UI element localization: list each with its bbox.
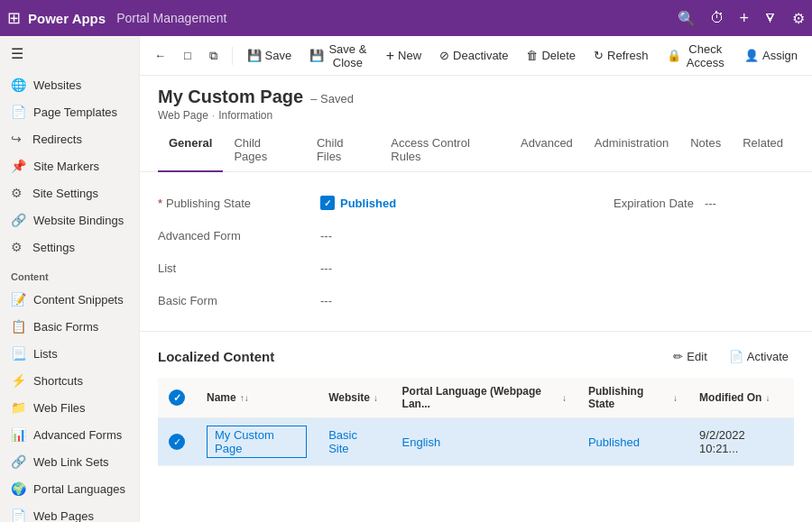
sidebar-item-settings[interactable]: ⚙ Settings <box>0 234 139 261</box>
list-row: List --- <box>158 252 794 284</box>
basic-form-row: Basic Form --- <box>158 284 794 316</box>
activate-button[interactable]: 📄 Activate <box>724 346 794 367</box>
th-name[interactable]: Name ↑↓ <box>196 378 318 418</box>
row-website-link[interactable]: Basic Site <box>328 428 357 455</box>
search-icon[interactable]: 🔍 <box>678 10 696 27</box>
row-website-cell: Basic Site <box>318 418 391 466</box>
required-star: * <box>158 197 162 210</box>
th-website[interactable]: Website ↓ <box>318 378 391 418</box>
delete-button[interactable]: 🗑 Delete <box>519 45 583 66</box>
assign-button[interactable]: 👤 Assign <box>737 45 805 66</box>
web-files-icon: 📁 <box>11 400 26 415</box>
sidebar-item-basic-forms[interactable]: 📋 Basic Forms <box>0 313 139 340</box>
grid-icon[interactable]: ⊞ <box>7 8 21 28</box>
sidebar-item-label: Portal Languages <box>33 482 125 496</box>
th-check[interactable]: ✓ <box>158 378 196 418</box>
delete-icon: 🗑 <box>526 49 538 62</box>
row-check-cell[interactable]: ✓ <box>158 418 196 466</box>
advanced-form-value: --- <box>320 229 794 243</box>
row-name-link[interactable]: My Custom Page <box>215 428 274 455</box>
refresh-button[interactable]: ↻ Refresh <box>586 45 656 66</box>
row-pub-state-cell: Published <box>577 418 688 466</box>
sidebar-item-website-bindings[interactable]: 🔗 Website Bindings <box>0 206 139 234</box>
localized-table: ✓ Name ↑↓ Website <box>158 378 794 466</box>
subtitle-sep: · <box>212 109 215 122</box>
row-modified-cell: 9/2/2022 10:21... <box>688 418 794 466</box>
sidebar-item-redirects[interactable]: ↪ Redirects <box>0 125 139 152</box>
page-title: My Custom Page <box>158 87 303 107</box>
sidebar-item-label: Web Link Sets <box>33 455 109 469</box>
sidebar-item-site-markers[interactable]: 📌 Site Markers <box>0 152 139 179</box>
sidebar-item-web-link-sets[interactable]: 🔗 Web Link Sets <box>0 448 139 475</box>
tab-advanced[interactable]: Advanced <box>510 129 584 172</box>
back-button[interactable]: ← <box>147 45 173 66</box>
tab-child-files[interactable]: Child Files <box>306 129 380 172</box>
sidebar-item-web-files[interactable]: 📁 Web Files <box>0 394 139 421</box>
row-language-link[interactable]: English <box>402 435 441 449</box>
save-button[interactable]: 💾 Save <box>240 45 300 66</box>
publishing-state-label: * Publishing State <box>158 197 320 210</box>
sidebar-item-lists[interactable]: 📃 Lists <box>0 340 139 367</box>
list-value: --- <box>320 261 794 275</box>
settings-nav-icon: ⚙ <box>11 240 25 254</box>
deactivate-button[interactable]: ⊘ Deactivate <box>432 45 515 66</box>
save-close-button[interactable]: 💾 Save & Close <box>302 39 375 73</box>
filter-icon[interactable]: ⛛ <box>763 10 778 26</box>
sidebar-item-content-snippets[interactable]: 📝 Content Snippets <box>0 286 139 313</box>
page-templates-icon: 📄 <box>11 105 26 119</box>
th-modified-on[interactable]: Modified On ↓ <box>688 378 794 418</box>
sidebar-item-page-templates[interactable]: 📄 Page Templates <box>0 98 139 125</box>
refresh-icon[interactable]: ⏱ <box>710 10 724 26</box>
new-window-button[interactable]: ⧉ <box>202 45 225 67</box>
new-record-button[interactable]: + New <box>379 44 429 68</box>
tab-general[interactable]: General <box>158 129 223 172</box>
row-language-cell: English <box>392 418 577 466</box>
table-row[interactable]: ✓ My Custom Page Basic Site <box>158 418 794 466</box>
add-icon[interactable]: + <box>739 9 749 28</box>
edit-button[interactable]: ✏ Edit <box>668 346 712 367</box>
sidebar: ☰ 🌐 Websites 📄 Page Templates ↪ Redirect… <box>0 36 140 522</box>
tab-child-pages[interactable]: Child Pages <box>223 129 306 172</box>
advanced-form-dash: --- <box>320 229 332 243</box>
sidebar-item-site-settings[interactable]: ⚙ Site Settings <box>0 179 139 206</box>
tab-related[interactable]: Related <box>732 129 794 172</box>
expiration-section: Expiration Date --- <box>614 197 794 210</box>
advanced-form-label: Advanced Form <box>158 229 320 243</box>
row-name-cell: My Custom Page <box>196 418 318 466</box>
sidebar-item-label: Settings <box>32 241 75 254</box>
check-access-button[interactable]: 🔒 Check Access <box>660 39 734 73</box>
app-name: Power Apps <box>28 11 106 26</box>
assign-icon: 👤 <box>744 49 759 62</box>
view-label[interactable]: Information <box>218 109 272 122</box>
content-snippets-icon: 📝 <box>11 292 26 307</box>
edit-icon: ✏ <box>673 350 683 363</box>
publishing-state-value: ✓ Published <box>320 196 614 210</box>
sidebar-item-websites[interactable]: 🌐 Websites <box>0 71 139 98</box>
row-pub-state-link[interactable]: Published <box>588 435 640 449</box>
page-view-button[interactable]: □ <box>177 45 198 66</box>
tab-access-control[interactable]: Access Control Rules <box>380 129 510 172</box>
check-access-icon: 🔒 <box>667 49 681 62</box>
sidebar-item-label: Redirects <box>32 133 82 146</box>
subtitle-type: Web Page <box>158 109 208 122</box>
settings-icon[interactable]: ⚙ <box>792 10 805 27</box>
sidebar-item-label: Lists <box>33 347 58 361</box>
tab-administration[interactable]: Administration <box>584 129 679 172</box>
row-check-icon[interactable]: ✓ <box>169 434 185 450</box>
th-portal-language[interactable]: Portal Language (Webpage Lan... ↓ <box>392 378 577 418</box>
localized-header: Localized Content ✏ Edit 📄 Activate <box>158 346 794 367</box>
sidebar-item-label: Websites <box>33 78 81 92</box>
sidebar-item-label: Advanced Forms <box>33 428 122 442</box>
sidebar-item-portal-languages[interactable]: 🌍 Portal Languages <box>0 475 139 502</box>
modified-sort-icon: ↓ <box>765 393 770 403</box>
sidebar-item-label: Website Bindings <box>33 214 124 227</box>
sidebar-item-advanced-forms[interactable]: 📊 Advanced Forms <box>0 421 139 448</box>
hamburger-icon[interactable]: ☰ <box>0 36 139 71</box>
tab-notes[interactable]: Notes <box>679 129 732 172</box>
sidebar-item-web-pages[interactable]: 📄 Web Pages <box>0 502 139 522</box>
saved-label: – Saved <box>310 92 354 105</box>
published-badge[interactable]: ✓ Published <box>320 196 614 210</box>
sidebar-item-shortcuts[interactable]: ⚡ Shortcuts <box>0 367 139 394</box>
select-all-check[interactable]: ✓ <box>169 389 185 406</box>
th-publishing-state[interactable]: Publishing State ↓ <box>577 378 688 418</box>
